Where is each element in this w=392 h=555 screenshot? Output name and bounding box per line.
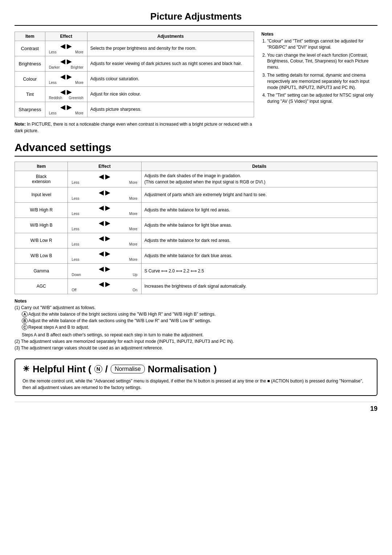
advanced-note-1-sub: AAdjust the white balance of the bright … xyxy=(15,311,377,338)
table-row: Colour ◀ ▶ Less More Adjusts colour satu… xyxy=(15,72,254,87)
arrow-left-icon: ◀ xyxy=(60,73,65,80)
label-more: More xyxy=(75,111,83,115)
arrow-right-icon: ▶ xyxy=(105,189,110,196)
arrow-right-icon: ▶ xyxy=(105,266,110,272)
helpful-hint-suffix: Normalisation xyxy=(148,364,211,375)
advanced-note-2: (2) The adjustment values are memorized … xyxy=(15,338,377,345)
picture-side-notes: Notes "Colour" and "Tint" settings canno… xyxy=(261,32,377,134)
arrow-left-icon: ◀ xyxy=(99,189,104,196)
label-less: Less xyxy=(72,212,79,216)
item-wb-high-b: W/B High B xyxy=(15,218,68,233)
arrow-left-icon: ◀ xyxy=(99,173,104,180)
label-more: More xyxy=(129,242,138,246)
table-row: W/B High B ◀ ▶ Less More Adjusts the whi… xyxy=(15,218,377,233)
table-row: Tint ◀ ▶ Reddish Greenish Adjust for nic… xyxy=(15,87,254,102)
advanced-settings-table: Item Effect Details Black extension ◀ ▶ … xyxy=(15,162,377,294)
table-row: W/B Low B ◀ ▶ Less More Adjusts the whit… xyxy=(15,248,377,263)
effect-sharpness: ◀ ▶ Less More xyxy=(45,102,87,117)
item-contrast: Contrast xyxy=(15,41,45,56)
helpful-hint-title: ☀ Helpful Hint ( N / Normalise Normalisa… xyxy=(23,364,369,375)
effect-contrast: ◀ ▶ Less More xyxy=(45,41,87,56)
helpful-hint-label: Helpful Hint ( xyxy=(33,364,91,375)
table-row: W/B Low R ◀ ▶ Less More Adjusts the whit… xyxy=(15,233,377,248)
label-more: More xyxy=(129,181,138,185)
item-gamma: Gamma xyxy=(15,263,68,279)
desc-brightness: Adjusts for easier viewing of dark pictu… xyxy=(87,56,254,72)
arrow-right-icon: ▶ xyxy=(67,73,72,80)
effect-gamma: ◀ ▶ Down Up xyxy=(68,263,141,279)
normalise-button: Normalise xyxy=(111,365,145,373)
item-black-extension: Black extension xyxy=(15,171,68,187)
arrow-right-icon: ▶ xyxy=(105,281,110,287)
picture-adjustments-area: Item Effect Adjustments Contrast ◀ ▶ xyxy=(15,32,377,134)
effect-agc: ◀ ▶ Off On xyxy=(68,279,141,294)
table-row: AGC ◀ ▶ Off On Increases the brightness … xyxy=(15,279,377,294)
item-agc: AGC xyxy=(15,279,68,294)
label-less: Less xyxy=(72,197,79,200)
arrow-left-icon: ◀ xyxy=(60,58,65,65)
label-less: Less xyxy=(49,50,57,54)
effect-wb-low-r: ◀ ▶ Less More xyxy=(68,233,141,248)
table-row: W/B High R ◀ ▶ Less More Adjusts the whi… xyxy=(15,202,377,218)
desc-gamma: S Curve ⟺ 2.0 ⟺ 2.2 ⟺ 2.5 xyxy=(141,263,377,279)
n-button-icon: N xyxy=(94,365,102,373)
desc-wb-high-b: Adjusts the white balance for light blue… xyxy=(141,218,377,233)
notes-item: The "Tint" setting can be adjusted for N… xyxy=(267,92,377,105)
table-row: Black extension ◀ ▶ Less More Adjusts th… xyxy=(15,171,377,187)
helpful-hint-box: ☀ Helpful Hint ( N / Normalise Normalisa… xyxy=(15,358,377,396)
advanced-note-3: (3) The adjustment range values should b… xyxy=(15,345,377,351)
note-text: In PICTURE, there is not a noticeable ch… xyxy=(15,122,252,133)
label-less: Less xyxy=(72,181,79,185)
label-less: Less xyxy=(72,258,79,262)
notes-item: The setting details for normal, dynamic … xyxy=(267,72,377,90)
effect-wb-high-r: ◀ ▶ Less More xyxy=(68,202,141,218)
adv-col-item: Item xyxy=(15,162,68,171)
arrow-left-icon: ◀ xyxy=(60,43,65,49)
effect-wb-high-b: ◀ ▶ Less More xyxy=(68,218,141,233)
advanced-notes-title: Notes xyxy=(15,299,26,304)
arrow-left-icon: ◀ xyxy=(99,266,104,272)
notes-item: "Colour" and "Tint" settings cannot be a… xyxy=(267,38,377,50)
circle-c-icon: C xyxy=(22,324,28,330)
label-less: Less xyxy=(49,111,57,115)
label-darker: Darker xyxy=(49,65,60,69)
table-row: Brightness ◀ ▶ Darker Brighter Adjusts f… xyxy=(15,56,254,72)
picture-note-bottom: Note: In PICTURE, there is not a noticea… xyxy=(15,121,254,134)
arrow-right-icon: ▶ xyxy=(67,104,72,110)
arrow-left-icon: ◀ xyxy=(60,104,65,110)
item-tint: Tint xyxy=(15,87,45,102)
label-reddish: Reddish xyxy=(49,96,62,100)
notes-item: You can change the level of each functio… xyxy=(267,52,377,70)
label-more: More xyxy=(129,212,138,216)
table-row: Input level ◀ ▶ Less More Adjustment of … xyxy=(15,187,377,202)
arrow-left-icon: ◀ xyxy=(99,281,104,287)
label-more: More xyxy=(75,50,83,54)
advanced-notes: Notes (1) Carry out "W/B" adjustment as … xyxy=(15,298,377,351)
label-more: More xyxy=(129,227,138,231)
item-wb-low-b: W/B Low B xyxy=(15,248,68,263)
arrow-right-icon: ▶ xyxy=(105,250,110,257)
label-greenish: Greenish xyxy=(69,96,83,100)
effect-black-extension: ◀ ▶ Less More xyxy=(68,171,141,187)
desc-agc: Increases the brightness of dark signal … xyxy=(141,279,377,294)
note-title: Note: xyxy=(15,122,26,127)
arrow-left-icon: ◀ xyxy=(99,250,104,257)
desc-wb-low-r: Adjusts the white balance for dark red a… xyxy=(141,233,377,248)
arrow-left-icon: ◀ xyxy=(60,89,65,95)
helpful-hint-text: On the remote control unit, while the "A… xyxy=(23,378,369,391)
label-down: Down xyxy=(72,273,81,277)
label-more: More xyxy=(129,258,138,262)
arrow-left-icon: ◀ xyxy=(99,220,104,226)
desc-sharpness: Adjusts picture sharpness. xyxy=(87,102,254,117)
arrow-right-icon: ▶ xyxy=(105,220,110,226)
effect-input-level: ◀ ▶ Less More xyxy=(68,187,141,202)
desc-contrast: Selects the proper brightness and densit… xyxy=(87,41,254,56)
desc-wb-low-b: Adjusts the white balance for dark blue … xyxy=(141,248,377,263)
advanced-settings-title: Advanced settings xyxy=(15,141,377,157)
label-less: Less xyxy=(72,242,79,246)
item-wb-low-r: W/B Low R xyxy=(15,233,68,248)
label-less: Less xyxy=(49,81,57,85)
effect-wb-low-b: ◀ ▶ Less More xyxy=(68,248,141,263)
label-more: More xyxy=(129,197,138,200)
col-header-effect: Effect xyxy=(45,32,87,41)
